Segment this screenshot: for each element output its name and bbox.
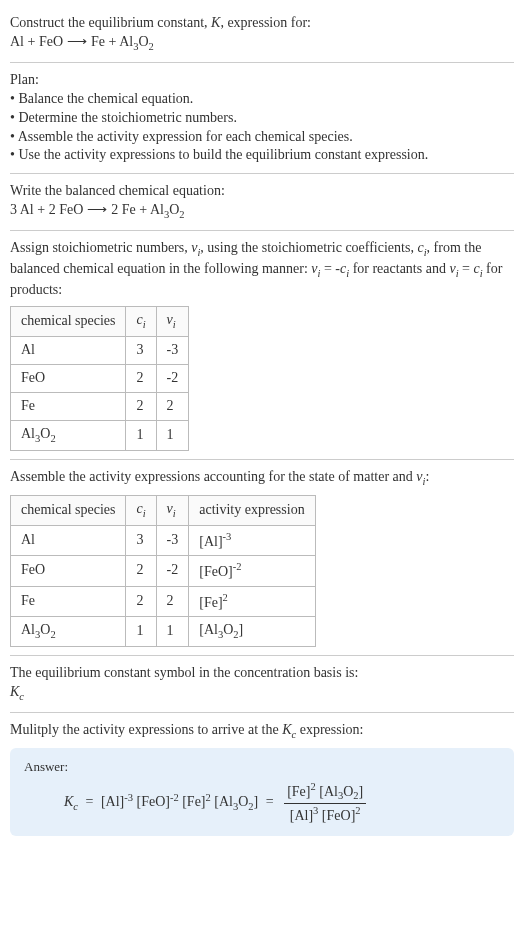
denominator: [Al]3 [FeO]2 <box>284 804 366 826</box>
table-row: Al 3 -3 <box>11 336 189 364</box>
col-nu: νi <box>156 495 189 525</box>
col-activity: activity expression <box>189 495 315 525</box>
plan-bullet-1: • Balance the chemical equation. <box>10 90 514 109</box>
prompt-text: Construct the equilibrium constant, <box>10 15 211 30</box>
coef-2: 2 <box>49 202 60 217</box>
cell-v: 1 <box>156 617 189 647</box>
cell-v: -3 <box>156 525 189 556</box>
table-row: Al3O2 1 1 <box>11 420 189 450</box>
product-Fe: Fe <box>122 202 136 217</box>
cell-species: Al3O2 <box>11 617 126 647</box>
cell-c: 3 <box>126 336 156 364</box>
cell-c: 1 <box>126 420 156 450</box>
cell-v: -2 <box>156 556 189 587</box>
col-species: chemical species <box>11 495 126 525</box>
cell-v: 2 <box>156 392 189 420</box>
table-row: Fe 2 2 <box>11 392 189 420</box>
plus: + <box>136 202 150 217</box>
cell-species: Fe <box>11 392 126 420</box>
col-ci: ci <box>126 307 156 337</box>
answer-box: Answer: Kc = [Al]-3 [FeO]-2 [Fe]2 [Al3O2… <box>10 748 514 836</box>
Kc-symbol: Kc <box>10 683 514 704</box>
plus: + <box>34 202 49 217</box>
product-Fe: Fe <box>91 34 105 49</box>
balanced-intro: Write the balanced chemical equation: <box>10 182 514 201</box>
col-species: chemical species <box>11 307 126 337</box>
balanced-equation: 3 Al + 2 FeO⟶2 Fe + Al3O2 <box>10 202 185 217</box>
K-symbol: K <box>211 15 220 30</box>
balanced-section: Write the balanced chemical equation: 3 … <box>10 174 514 231</box>
table-row: FeO 2 -2 [FeO]-2 <box>11 556 316 587</box>
unbalanced-equation: Al + FeO⟶Fe + Al3O2 <box>10 34 154 49</box>
table-row: Al3O2 1 1 [Al3O2] <box>11 617 316 647</box>
plan-bullet-2: • Determine the stoichiometric numbers. <box>10 109 514 128</box>
product-Al3O2: Al3O2 <box>150 202 185 217</box>
cell-c: 2 <box>126 392 156 420</box>
table-row: Fe 2 2 [Fe]2 <box>11 586 316 617</box>
cell-c: 2 <box>126 586 156 617</box>
plus: + <box>105 34 119 49</box>
reactant-Al: Al <box>10 34 24 49</box>
multiply-section: Mulitply the activity expressions to arr… <box>10 713 514 844</box>
cell-species: Al3O2 <box>11 420 126 450</box>
cell-v: 2 <box>156 586 189 617</box>
activity-intro: Assemble the activity expressions accoun… <box>10 468 514 489</box>
activity-table: chemical species ci νi activity expressi… <box>10 495 316 648</box>
cell-species: Al <box>11 336 126 364</box>
plan-section: Plan: • Balance the chemical equation. •… <box>10 63 514 174</box>
prompt-text-b: , expression for: <box>220 15 311 30</box>
reactant-FeO: FeO <box>59 202 83 217</box>
plan-bullet-3: • Assemble the activity expression for e… <box>10 128 514 147</box>
reactant-FeO: FeO <box>39 34 63 49</box>
multiply-intro: Mulitply the activity expressions to arr… <box>10 721 514 742</box>
table-row: FeO 2 -2 <box>11 364 189 392</box>
cell-species: FeO <box>11 364 126 392</box>
stoich-intro: Assign stoichiometric numbers, νi, using… <box>10 239 514 300</box>
activity-section: Assemble the activity expressions accoun… <box>10 460 514 657</box>
table-header-row: chemical species ci νi activity expressi… <box>11 495 316 525</box>
coef-2: 2 <box>111 202 122 217</box>
col-ci: ci <box>126 495 156 525</box>
numerator: [Fe]2 [Al3O2] <box>284 780 366 805</box>
cell-c: 1 <box>126 617 156 647</box>
Kc-expression: Kc = [Al]-3 [FeO]-2 [Fe]2 [Al3O2] = [Fe]… <box>24 780 500 826</box>
cell-activity: [Al]-3 <box>189 525 315 556</box>
cell-species: Fe <box>11 586 126 617</box>
cell-v: 1 <box>156 420 189 450</box>
stoich-table: chemical species ci νi Al 3 -3 FeO 2 -2 … <box>10 306 189 451</box>
cell-c: 2 <box>126 364 156 392</box>
cell-v: -2 <box>156 364 189 392</box>
answer-label: Answer: <box>24 758 500 776</box>
reaction-arrow: ⟶ <box>63 34 91 49</box>
cell-species: Al <box>11 525 126 556</box>
cell-activity: [Al3O2] <box>189 617 315 647</box>
cell-activity: [Fe]2 <box>189 586 315 617</box>
col-nu: νi <box>156 307 189 337</box>
reaction-arrow: ⟶ <box>83 202 111 217</box>
cell-species: FeO <box>11 556 126 587</box>
table-header-row: chemical species ci νi <box>11 307 189 337</box>
plan-title: Plan: <box>10 71 514 90</box>
prompt-section: Construct the equilibrium constant, K, e… <box>10 6 514 63</box>
stoich-section: Assign stoichiometric numbers, νi, using… <box>10 231 514 459</box>
coef-3: 3 <box>10 202 20 217</box>
cell-v: -3 <box>156 336 189 364</box>
plan-bullet-4: • Use the activity expressions to build … <box>10 146 514 165</box>
symbol-section: The equilibrium constant symbol in the c… <box>10 656 514 713</box>
fraction: [Fe]2 [Al3O2][Al]3 [FeO]2 <box>281 780 369 826</box>
product-Al3O2: Al3O2 <box>119 34 154 49</box>
cell-c: 3 <box>126 525 156 556</box>
cell-activity: [FeO]-2 <box>189 556 315 587</box>
reactant-Al: Al <box>20 202 34 217</box>
symbol-intro: The equilibrium constant symbol in the c… <box>10 664 514 683</box>
plus: + <box>24 34 39 49</box>
table-row: Al 3 -3 [Al]-3 <box>11 525 316 556</box>
cell-c: 2 <box>126 556 156 587</box>
